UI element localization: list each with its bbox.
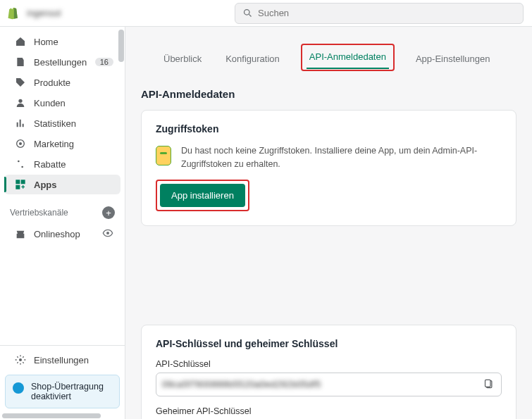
sidebar-item-label: Bestellungen [34, 57, 87, 68]
token-heading: Zugriffstoken [156, 123, 502, 135]
svg-point-4 [106, 232, 109, 234]
token-text: Du hast noch keine Zugriffstoken. Instal… [181, 144, 502, 171]
orders-badge: 16 [95, 58, 113, 66]
sidebar: Home Bestellungen 16 Produkte Kunden Sta… [0, 27, 125, 419]
sidebar-item-products[interactable]: Produkte [4, 73, 120, 92]
svg-rect-7 [485, 380, 490, 387]
sidebar-item-discounts[interactable]: Rabatte [4, 154, 120, 174]
sidebar-item-label: Home [34, 37, 58, 47]
notice-text: Shop-Übertragung deaktiviert [31, 382, 112, 401]
sidebar-hscroll[interactable] [2, 413, 101, 418]
highlight-install-button: App installieren [156, 180, 249, 211]
keys-heading: API-Schlüssel und geheimer Schlüssel [156, 338, 502, 349]
highlight-creds-tab: API-Anmeldedaten [301, 44, 395, 71]
token-card: Zugriffstoken Du hast noch keine Zugriff… [141, 110, 516, 226]
gear-icon [14, 354, 27, 366]
search-input[interactable] [235, 3, 524, 24]
apps-icon [14, 178, 27, 191]
sidebar-item-marketing[interactable]: Marketing [4, 134, 120, 154]
svg-line-1 [249, 14, 251, 16]
orders-icon [14, 56, 27, 68]
eye-icon[interactable] [102, 227, 113, 241]
person-icon [14, 96, 27, 109]
token-icon [156, 146, 171, 165]
install-app-button[interactable]: App installieren [160, 184, 245, 207]
clipboard-icon [483, 379, 494, 389]
sidebar-item-label: Marketing [34, 139, 74, 149]
sidebar-item-label: Produkte [34, 77, 70, 88]
target-icon [14, 137, 27, 150]
tab-overview[interactable]: Überblick [161, 49, 204, 71]
keys-card: API-Schlüssel und geheimer Schlüssel API… [141, 325, 516, 420]
sidebar-channel-onlineshop[interactable]: Onlineshop [4, 224, 120, 244]
sidebar-item-settings[interactable]: Einstellungen [4, 350, 120, 370]
svg-point-0 [245, 10, 250, 15]
sidebar-item-home[interactable]: Home [4, 32, 120, 51]
sidebar-scrollbar[interactable] [118, 30, 124, 62]
sidebar-item-label: Onlineshop [34, 229, 80, 239]
shopify-logo-icon [6, 6, 21, 21]
home-icon [14, 35, 27, 48]
copy-api-key-button[interactable] [481, 377, 495, 392]
sidebar-item-customers[interactable]: Kunden [4, 93, 120, 113]
tab-credentials[interactable]: API-Anmeldedaten [307, 47, 389, 69]
tabs: Überblick Konfiguration API-Anmeldedaten… [141, 27, 516, 71]
api-key-field[interactable]: 09ca5f7800888b5520a0ed292b05df5 [156, 373, 502, 396]
tab-config[interactable]: Konfiguration [223, 49, 283, 71]
sidebar-item-analytics[interactable]: Statistiken [4, 113, 120, 133]
transfer-notice[interactable]: Shop-Übertragung deaktiviert [5, 375, 120, 408]
store-icon [14, 228, 27, 241]
tab-app-settings[interactable]: App-Einstellungen [413, 49, 493, 71]
page-title: API-Anmeldedaten [141, 88, 516, 100]
search-field[interactable] [258, 8, 516, 18]
sidebar-item-label: Statistiken [34, 118, 76, 129]
add-channel-button[interactable]: + [102, 206, 115, 219]
channels-heading: Vertriebskanäle + [0, 195, 125, 223]
sidebar-item-label: Kunden [34, 98, 66, 108]
api-key-label: API-Schlüssel [156, 359, 502, 369]
info-icon [13, 382, 24, 394]
api-key-value: 09ca5f7800888b5520a0ed292b05df5 [162, 379, 477, 389]
topbar: ingensol [0, 0, 532, 27]
secret-label: Geheimer API-Schlüssel [156, 406, 502, 416]
bars-icon [14, 117, 27, 130]
sidebar-item-apps[interactable]: Apps [4, 175, 120, 194]
sidebar-item-orders[interactable]: Bestellungen 16 [4, 52, 120, 72]
tag-icon [14, 76, 27, 89]
main-content: Überblick Konfiguration API-Anmeldedaten… [125, 27, 532, 419]
sidebar-item-label: Rabatte [34, 159, 66, 170]
svg-point-5 [19, 358, 22, 361]
search-icon [242, 8, 253, 18]
sidebar-item-label: Apps [34, 180, 57, 190]
svg-point-3 [19, 142, 22, 145]
percent-icon [14, 158, 27, 170]
store-name: ingensol [27, 8, 61, 18]
sidebar-item-label: Einstellungen [34, 355, 89, 365]
